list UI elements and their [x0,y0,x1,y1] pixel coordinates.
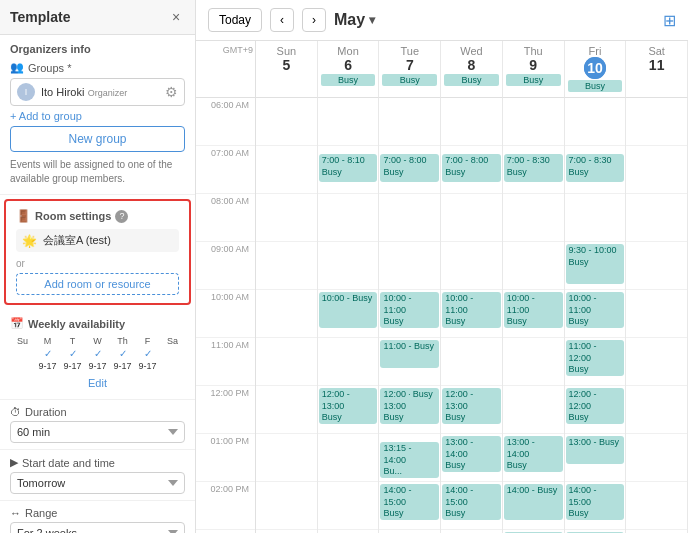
col-header-sun: Sun 5 [256,41,318,98]
event-thu-10am[interactable]: 10:00 - 11:00Busy [504,292,563,328]
event-wed-7am[interactable]: 7:00 - 8:00Busy [442,154,501,182]
event-wed-10am[interactable]: 10:00 - 11:00Busy [442,292,501,328]
help-icon[interactable]: ? [115,210,128,223]
grid-view-icon[interactable]: ⊞ [663,11,676,30]
thu-10am: 10:00 - 11:00Busy [503,290,565,338]
sun-7am [256,146,318,194]
event-tue-7am[interactable]: 7:00 - 8:00Busy [380,154,439,182]
range-label: ↔ Range [10,507,185,519]
event-thu-7am[interactable]: 7:00 - 8:30Busy [504,154,563,182]
edit-availability-link[interactable]: Edit [10,375,185,391]
busy-header-fri: Busy [568,80,623,92]
month-label: May ▾ [334,11,375,29]
event-fri-10am[interactable]: 10:00 - 11:00Busy [566,292,625,328]
mon-12pm: 12:00 - 13:00Busy [318,386,380,434]
wed-6am [441,98,503,146]
busy-header-thu: Busy [506,74,561,86]
thu-9am [503,242,565,290]
event-tue-2pm[interactable]: 14:00 - 15:00Busy [380,484,439,520]
add-to-group-link[interactable]: + Add to group [10,106,185,126]
start-select[interactable]: Tomorrow [10,472,185,494]
sun-icon: 🌟 [22,234,37,248]
tue-7am: 7:00 - 8:00Busy [379,146,441,194]
room-header: 🚪 Room settings ? [16,209,179,223]
mon-6am [318,98,380,146]
event-wed-12pm[interactable]: 12:00 - 13:00Busy [442,388,501,424]
mon-1pm [318,434,380,482]
event-fri-7am[interactable]: 7:00 - 8:30Busy [566,154,625,182]
wed-7am: 7:00 - 8:00Busy [441,146,503,194]
calendar-icon: 📅 [10,317,24,330]
sat-8am [626,194,688,242]
tue-1pm: 13:15 - 14:00Bu... [379,434,441,482]
thu-8am [503,194,565,242]
event-wed-1pm[interactable]: 13:00 - 14:00Busy [442,436,501,472]
event-mon-12pm[interactable]: 12:00 - 13:00Busy [319,388,378,424]
today-button[interactable]: Today [208,8,262,32]
add-room-button[interactable]: Add room or resource [16,273,179,295]
sun-9am [256,242,318,290]
event-fri-11am[interactable]: 11:00 - 12:00Busy [566,340,625,376]
col-header-wed: Wed 8 Busy [441,41,503,98]
new-group-button[interactable]: New group [10,126,185,152]
wed-1pm: 13:00 - 14:00Busy [441,434,503,482]
availability-title: 📅 Weekly availability [10,317,185,330]
event-fri-9am[interactable]: 9:30 - 10:00Busy [566,244,625,284]
fri-9am: 9:30 - 10:00Busy [565,242,627,290]
range-section: ↔ Range For 2 weeks [0,501,195,533]
event-fri-1pm[interactable]: 13:00 - Busy [566,436,625,464]
time-cell-1pm: 01:00 PM [196,434,256,482]
event-tue-12pm-2[interactable]: Busy [410,388,439,424]
fri-10am: 10:00 - 11:00Busy [565,290,627,338]
calendar-header: Today ‹ › May ▾ ⊞ [196,0,688,41]
event-tue-10am[interactable]: 10:00 - 11:00Busy [380,292,439,328]
col-header-fri: Fri 10 Busy [565,41,627,98]
event-mon-10am[interactable]: 10:00 - Busy [319,292,378,328]
event-tue-11am[interactable]: 11:00 - Busy [380,340,439,368]
groups-label: 👥 Groups * [10,61,185,74]
wed-2pm: 14:00 - 15:00Busy [441,482,503,530]
organizer-tag: Organizer [88,88,128,98]
event-thu-1pm[interactable]: 13:00 - 14:00Busy [504,436,563,472]
event-mon-7am[interactable]: 7:00 - 8:10Busy [319,154,378,182]
event-tue-1pm[interactable]: 13:15 - 14:00Bu... [380,442,439,478]
tue-8am [379,194,441,242]
thu-12pm [503,386,565,434]
group-icon: 👥 [10,61,24,74]
event-wed-2pm[interactable]: 14:00 - 15:00Busy [442,484,501,520]
sat-2pm [626,482,688,530]
sat-1pm [626,434,688,482]
sun-10am [256,290,318,338]
wed-8am [441,194,503,242]
event-fri-2pm[interactable]: 14:00 - 15:00Busy [566,484,625,520]
organizers-section: Organizers info 👥 Groups * I Ito Hiroki … [0,35,195,195]
fri-6am [565,98,627,146]
organizers-title: Organizers info [10,43,185,55]
calendar-body: GMT+9 Sun 5 Mon 6 Busy Tue 7 Busy Wed 8 … [196,41,688,533]
sat-12pm [626,386,688,434]
time-cell-7am: 07:00 AM [196,146,256,194]
next-button[interactable]: › [302,8,326,32]
day-headers: Su M T W Th F Sa [10,336,185,346]
mon-11am [318,338,380,386]
sat-10am [626,290,688,338]
close-button[interactable]: × [167,8,185,26]
weekly-grid: Su M T W Th F Sa ✓ ✓ ✓ ✓ ✓ 9-17 9-17 [10,336,185,371]
start-label: ▶ Start date and time [10,456,185,469]
event-thu-2pm[interactable]: 14:00 - Busy [504,484,563,520]
month-dropdown-icon[interactable]: ▾ [369,13,375,27]
fri-1pm: 13:00 - Busy [565,434,627,482]
sun-8am [256,194,318,242]
col-header-tue: Tue 7 Busy [379,41,441,98]
duration-select[interactable]: 60 min [10,421,185,443]
start-icon: ▶ [10,456,18,469]
prev-button[interactable]: ‹ [270,8,294,32]
room-name: 会議室A (test) [43,233,111,248]
organizer-settings-icon[interactable]: ⚙ [165,84,178,100]
avatar: I [17,83,35,101]
range-select[interactable]: For 2 weeks [10,522,185,533]
sun-1pm [256,434,318,482]
tue-12pm: 12:00 - 13:00Busy Busy [379,386,441,434]
event-fri-12pm[interactable]: 12:00 - 12:00Busy [566,388,625,424]
tue-10am: 10:00 - 11:00Busy [379,290,441,338]
